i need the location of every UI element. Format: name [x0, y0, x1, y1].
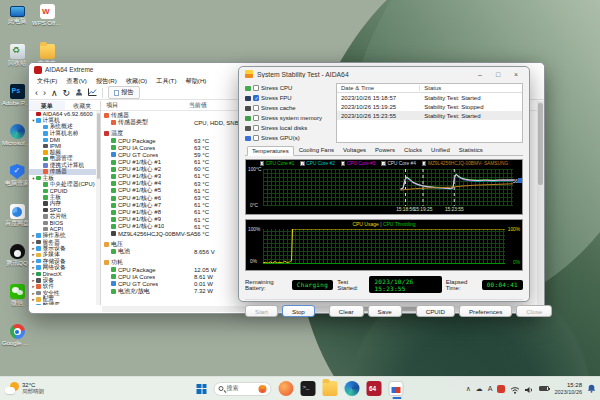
legend-item[interactable]: CPU Core #2	[300, 161, 335, 166]
legend-item[interactable]: MZ9L4256HCJQ-00BMV- SAMSUNG	[422, 161, 508, 166]
tab[interactable]: Unified	[427, 146, 454, 155]
maximize-button[interactable]: □	[491, 71, 505, 78]
column-item[interactable]: 项目	[101, 101, 189, 110]
desktop-icon[interactable]: WPS Office	[32, 4, 62, 44]
desktop-icon[interactable]: Google Chrome	[2, 324, 32, 364]
minimize-button[interactable]: –	[473, 71, 487, 78]
tray-security-icon[interactable]	[497, 385, 505, 393]
aida64-vertical-scrollbar[interactable]	[537, 101, 544, 305]
tree-item-icon	[36, 265, 41, 270]
menu-item[interactable]: 工具(T)	[152, 77, 180, 86]
tray-input-method[interactable]: A	[488, 385, 493, 392]
volume-icon[interactable]	[525, 380, 534, 398]
stress-option[interactable]: Stress GPU(s)	[245, 134, 331, 142]
tree-item-icon	[36, 284, 41, 289]
stress-option[interactable]: Stress FPU	[245, 94, 331, 102]
desktop-icon[interactable]: 此电脑	[2, 4, 32, 44]
tab[interactable]: Voltages	[339, 146, 370, 155]
stress-option[interactable]: Stress local disks	[245, 124, 331, 132]
sensor-row-icon	[104, 260, 109, 265]
sensor-row-icon	[111, 120, 116, 125]
legend-checkbox[interactable]	[300, 161, 305, 166]
column-value[interactable]: 当前值	[189, 101, 207, 110]
taskbar-app-orange[interactable]	[279, 381, 294, 396]
taskbar-app-terminal[interactable]	[301, 381, 316, 396]
legend-item[interactable]: CPU Core #1	[260, 161, 295, 166]
sensor-row-value: 8.656 V	[194, 249, 215, 255]
stress-checkbox[interactable]	[253, 115, 259, 121]
stress-option[interactable]: Stress cache	[245, 104, 331, 112]
menu-item[interactable]: 报告(R)	[92, 77, 121, 86]
up-icon[interactable]: ∧	[51, 88, 58, 98]
user-icon[interactable]	[75, 88, 83, 97]
log-row[interactable]: 2023/10/26 15:23:55 Stability Test: Star…	[337, 111, 522, 120]
legend-item[interactable]: CPU Core #3	[341, 161, 376, 166]
legend-checkbox[interactable]	[422, 161, 427, 166]
stability-titlebar[interactable]: System Stability Test - AIDA64 – □ ×	[239, 67, 529, 81]
tab[interactable]: Clocks	[400, 146, 426, 155]
tray-cloud-icon[interactable]: ☁	[476, 385, 483, 393]
scrollbar-thumb[interactable]	[97, 113, 100, 179]
menu-item[interactable]: 查看(V)	[62, 77, 91, 86]
wifi-icon[interactable]	[510, 380, 520, 398]
dialog-button[interactable]: Start	[245, 305, 278, 317]
desktop-icon-image	[10, 284, 25, 299]
legend-checkbox[interactable]	[341, 161, 346, 166]
menu-item[interactable]: 帮助(H)	[181, 77, 210, 86]
chart-icon[interactable]	[88, 88, 97, 97]
dialog-button[interactable]: Close	[516, 305, 552, 317]
stability-app-icon	[245, 70, 253, 78]
refresh-icon[interactable]: ↻	[63, 88, 71, 98]
sensor-row-value: 59 °C	[194, 152, 209, 158]
search-box[interactable]: 搜索	[214, 382, 272, 396]
log-row[interactable]: 2023/10/26 15:18:57 Stability Test: Star…	[337, 93, 522, 102]
back-icon[interactable]: ‹	[35, 88, 38, 98]
scrollbar-thumb[interactable]	[538, 103, 543, 185]
taskbar-file-explorer[interactable]	[323, 381, 338, 396]
tab[interactable]: Temperatures	[247, 146, 294, 156]
dialog-button[interactable]: CPUID	[416, 305, 455, 317]
current-value-marker	[518, 178, 522, 183]
tab-menu[interactable]: 菜单	[29, 101, 65, 110]
tab[interactable]: Powers	[371, 146, 399, 155]
tray-chevron-up-icon[interactable]: ∧	[466, 385, 471, 393]
notification-bell-icon[interactable]	[587, 384, 596, 393]
tab[interactable]: Cooling Fans	[295, 146, 338, 155]
stress-checkbox[interactable]	[253, 105, 259, 111]
tab-favorites[interactable]: 收藏夹	[65, 101, 101, 110]
legend-checkbox[interactable]	[260, 161, 265, 166]
report-button[interactable]: 报告	[108, 86, 139, 99]
taskbar-edge[interactable]	[345, 381, 360, 396]
menu-item[interactable]: 收藏(O)	[122, 77, 151, 86]
dialog-button[interactable]: Save	[368, 305, 402, 317]
tab[interactable]: Statistics	[455, 146, 487, 155]
tree-item-icon	[43, 138, 48, 143]
stress-checkbox[interactable]	[253, 125, 259, 131]
battery-icon[interactable]	[539, 386, 549, 392]
menu-item[interactable]: 文件(F)	[33, 77, 61, 86]
close-button[interactable]: ×	[509, 71, 523, 78]
tree-item[interactable]: ▸ 数据库	[29, 303, 96, 305]
sensor-row-icon	[111, 181, 116, 186]
start-button[interactable]	[197, 384, 207, 394]
dialog-button[interactable]: Preferences	[459, 305, 512, 317]
log-header-datetime[interactable]: Date & Time	[337, 85, 420, 91]
forward-icon[interactable]: ›	[43, 88, 46, 98]
legend-item[interactable]: CPU Core #4	[381, 161, 416, 166]
log-row[interactable]: 2023/10/26 15:19:25 Stability Test: Stop…	[337, 102, 522, 111]
usage-y-min-right: 0%	[513, 260, 520, 265]
taskbar-aida64[interactable]	[367, 381, 382, 396]
legend-checkbox[interactable]	[381, 161, 386, 166]
stress-option[interactable]: Stress CPU	[245, 84, 331, 92]
dialog-button[interactable]: Clear	[329, 305, 364, 317]
weather-widget[interactable]: 32°C 局部晴朗	[5, 382, 44, 396]
log-header-status[interactable]: Status	[420, 85, 441, 91]
stress-option[interactable]: Stress system memory	[245, 114, 331, 122]
dialog-button[interactable]: Stop	[282, 305, 315, 317]
tray-clock[interactable]: 15:28 2023/10/26	[554, 382, 582, 395]
taskbar-stability-test[interactable]	[389, 381, 404, 396]
stress-checkbox[interactable]	[253, 135, 259, 141]
stress-checkbox[interactable]	[253, 95, 259, 101]
stress-checkbox[interactable]	[253, 85, 259, 91]
tree-scrollbar[interactable]	[96, 111, 100, 305]
